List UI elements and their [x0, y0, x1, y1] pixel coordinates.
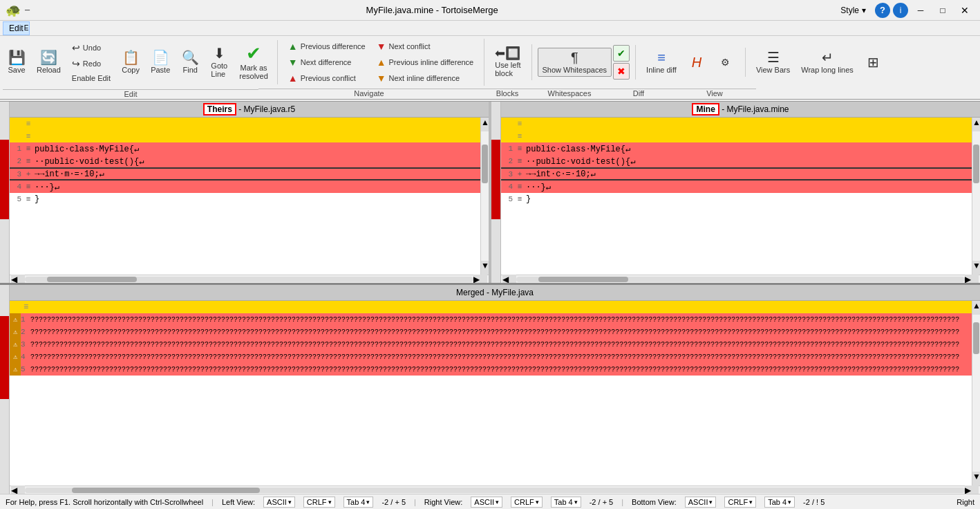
app-title: MyFile.java.mine - TortoiseMerge: [366, 5, 498, 15]
redo-button[interactable]: ↪ Redo: [67, 56, 115, 71]
copy-button[interactable]: 📋 Copy: [117, 48, 144, 77]
whitespace-extra-buttons: ✔ ✖: [613, 45, 630, 80]
left-eol-dropdown[interactable]: CRLF: [303, 497, 335, 508]
style-button[interactable]: Style ▾: [834, 3, 872, 17]
undo-button[interactable]: ↩ Undo: [67, 40, 115, 55]
toolbar-edit-group: 💾 Save 🔄 Reload ↩ Undo ↪ Redo: [3, 40, 278, 84]
left-line-1: 1 ≡ public·class·MyFile{↵: [10, 142, 480, 155]
left-pane-filename: - MyFile.java.r5: [238, 104, 295, 114]
reload-button[interactable]: 🔄 Reload: [32, 48, 66, 77]
next-inline-icon: ▼: [377, 73, 386, 84]
save-button[interactable]: 💾 Save: [3, 48, 30, 77]
mark-resolved-button[interactable]: ✔ Mark asresolved: [234, 41, 273, 83]
left-pane-inner: ≡ ≡ 1 ≡ pu: [10, 118, 489, 275]
diff-group-label: Diff: [604, 89, 673, 98]
navigate-group-label: Navigate: [258, 89, 480, 98]
left-pane-content[interactable]: ≡ ≡ 1 ≡ pu: [10, 118, 480, 275]
right-tab-dropdown[interactable]: Tab 4: [551, 497, 581, 508]
right-pane-vscroll[interactable]: ▲ ▼: [972, 118, 980, 275]
view-extra-button[interactable]: ⊞: [860, 53, 887, 72]
left-hscroll[interactable]: ◀ ▶: [10, 275, 489, 283]
left-pos: -2 / + 5: [381, 498, 406, 506]
merged-pane-vscroll[interactable]: ▲ ▼: [972, 301, 980, 485]
checkmark-icon: ✔: [617, 48, 625, 59]
maximize-button[interactable]: □: [933, 3, 952, 18]
find-button[interactable]: 🔍 Find: [176, 48, 204, 77]
right-eol-dropdown[interactable]: CRLF: [511, 497, 543, 508]
right-label: Right: [957, 498, 974, 506]
left-pane-vscroll[interactable]: ▲ ▼: [480, 118, 489, 275]
right-line-2: 2 ≡ ··public·void·test(){↵: [501, 155, 972, 167]
undo-icon: ↩: [72, 42, 80, 53]
toolbar-view-group: ☰ View Bars ↵ Wrap long lines ⊞: [746, 48, 893, 77]
conflict-margin-right: [491, 102, 501, 283]
conflict-margin-bottom: [0, 285, 10, 494]
menu-minimize-icon[interactable]: ─: [25, 6, 30, 14]
status-sep-1: |: [211, 498, 214, 506]
goto-line-button[interactable]: ⬇ GotoLine: [205, 44, 233, 81]
info-button[interactable]: i: [893, 3, 908, 18]
ws-x-button[interactable]: ✖: [613, 63, 630, 80]
undo-redo-group: ↩ Undo ↪ Redo Enable Edit: [67, 40, 115, 84]
left-pane-highlight: Theirs: [203, 103, 236, 115]
prev-inline-button[interactable]: ▲ Previous inline difference: [372, 55, 479, 70]
diff-settings-button[interactable]: ⚙: [712, 55, 739, 70]
merged-line-4: ⚠ 4 ????????????????????????????????????…: [10, 351, 972, 363]
merged-empty-line: ≡: [10, 301, 972, 313]
right-encoding-dropdown[interactable]: ASCII: [471, 497, 502, 508]
menu-edit-underline: E: [24, 24, 29, 32]
left-tab-dropdown[interactable]: Tab 4: [343, 497, 374, 508]
right-pane-header: Mine - MyFile.java.mine: [501, 102, 980, 118]
wrap-long-lines-button[interactable]: ↵ Wrap long lines: [796, 48, 858, 77]
help-button[interactable]: ?: [875, 3, 890, 18]
chevron-down-icon: ▾: [862, 6, 866, 15]
right-pane: Mine - MyFile.java.mine ≡: [501, 102, 980, 283]
left-line-5: 5 ≡ }: [10, 193, 480, 205]
redo-icon: ↪: [72, 58, 80, 69]
diff-extra-button[interactable]: H: [683, 53, 710, 72]
help-text: For Help, press F1. Scroll horizontally …: [6, 498, 203, 506]
edit-group-label: Edit: [3, 89, 258, 98]
status-sep-3: |: [621, 498, 623, 506]
x-icon: ✖: [617, 66, 625, 77]
prev-difference-button[interactable]: ▲ Previous difference: [283, 39, 370, 54]
next-diff-icon: ▼: [288, 57, 298, 68]
merged-pane-content[interactable]: ≡ ⚠ 1 ??????????????????????????????????…: [10, 301, 972, 485]
view-group-label: View: [673, 89, 756, 98]
merged-line-3: ⚠ 3 ????????????????????????????????????…: [10, 338, 972, 351]
merged-pane-header: Merged - MyFile.java: [10, 285, 980, 301]
left-line-empty2: ≡: [10, 130, 480, 142]
menu-edit-label: Edit: [9, 24, 23, 33]
toolbar: 💾 Save 🔄 Reload ↩ Undo ↪ Redo: [0, 36, 980, 102]
use-left-block-button[interactable]: ⬅🔲 Use leftblock: [490, 44, 525, 80]
bottom-eol-dropdown[interactable]: CRLF: [724, 497, 756, 508]
bottom-tab-dropdown[interactable]: Tab 4: [764, 497, 795, 508]
next-conflict-button[interactable]: ▼ Next conflict: [372, 39, 479, 54]
right-line-5: 5 ≡ }: [501, 193, 972, 205]
close-button[interactable]: ✕: [955, 3, 974, 18]
right-pane-content[interactable]: ≡ ≡ 1 ≡ public·class·MyFi: [501, 118, 972, 275]
ws-check-button[interactable]: ✔: [613, 45, 630, 62]
view-bars-button[interactable]: ☰ View Bars: [751, 48, 795, 77]
next-inline-button[interactable]: ▼ Next inline difference: [372, 71, 479, 86]
right-pane-highlight: Mine: [692, 103, 719, 115]
right-hscroll[interactable]: ◀ ▶: [501, 275, 980, 283]
minimize-button[interactable]: ─: [911, 3, 930, 18]
toolbar-diff-group: ≡ Inline diff H ⚙: [636, 48, 746, 77]
inline-diff-button[interactable]: ≡ Inline diff: [641, 48, 681, 77]
show-whitespaces-button[interactable]: ¶ Show Whitespaces: [538, 48, 612, 77]
bottom-view-label: Bottom View:: [632, 498, 677, 506]
prev-conflict-button[interactable]: ▲ Previous conflict: [283, 71, 370, 86]
paste-button[interactable]: 📄 Paste: [146, 48, 175, 77]
enable-edit-button[interactable]: Enable Edit: [67, 72, 115, 84]
statusbar: For Help, press F1. Scroll horizontally …: [0, 494, 980, 509]
bottom-encoding-dropdown[interactable]: ASCII: [685, 497, 717, 508]
left-encoding-dropdown[interactable]: ASCII: [263, 497, 295, 508]
right-view-label: Right View:: [424, 498, 462, 506]
next-difference-button[interactable]: ▼ Next difference: [283, 55, 370, 70]
merged-hscroll[interactable]: ◀ ▶: [10, 485, 980, 494]
bottom-pos: -2 / ! 5: [803, 498, 824, 506]
right-pane-inner: ≡ ≡ 1 ≡ public·class·MyFi: [501, 118, 980, 275]
left-line-2: 2 ≡ ··public·void·test(){↵: [10, 155, 480, 167]
status-sep-2: |: [414, 498, 416, 506]
